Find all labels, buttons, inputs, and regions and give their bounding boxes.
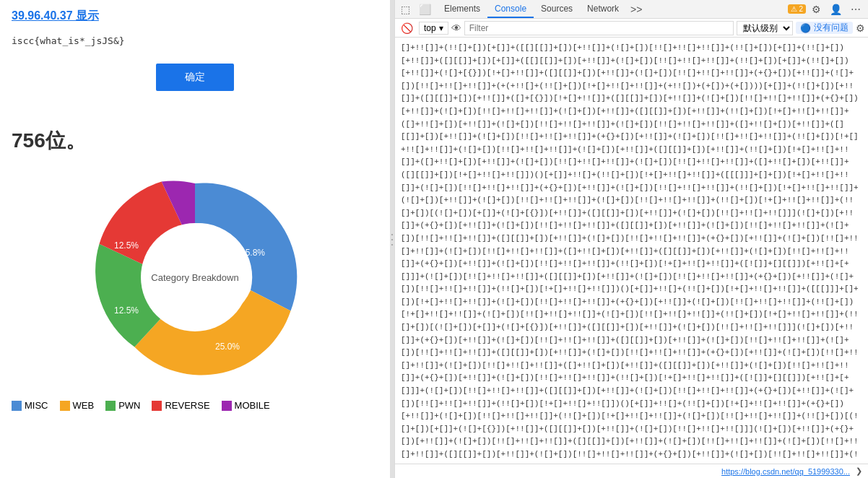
tab-console[interactable]: Console [487,1,534,18]
info-icon: 🔵 [800,23,811,33]
warning-icon: ⚠ [791,5,797,13]
settings-icon[interactable]: ⚙ [809,2,824,17]
tab-elements[interactable]: Elements [437,1,487,18]
legend-color-pwn [105,401,116,411]
legend-label-mobile: MOBILE [235,400,270,411]
svg-text:45.8%: 45.8% [240,248,265,258]
legend-misc: MISC [12,400,48,411]
devtools-left-icons: ⬚ ⬜ [395,2,437,17]
tab-more-icon[interactable]: >> [626,4,646,15]
clear-console-button[interactable]: 🚫 [398,21,416,35]
no-issue-badge[interactable]: 🔵 没有问题 [796,22,853,34]
warning-count: 2 [799,5,803,13]
device-icon[interactable]: ⬜ [416,2,434,17]
legend-reverse: REVERSE [152,400,209,411]
code-line: iscc{what_is*_jsJS&} [0,32,390,49]
legend-pwn: PWN [105,400,140,411]
legend-web: WEB [60,400,95,411]
stat-text: 756位。 [0,113,390,162]
devtools-tab-bar: ⬚ ⬜ Elements Console Sources Network >> … [395,0,868,19]
legend-label-pwn: PWN [118,400,140,411]
more-options-icon[interactable]: ⋯ [848,2,864,17]
svg-text:12.5%: 12.5% [114,240,139,251]
legend-label-misc: MISC [25,400,48,411]
console-output: []+!![]]+(!![]+[])[+[]]+([[][[]]+[])[+!!… [395,38,868,464]
tab-sources[interactable]: Sources [534,1,580,18]
devtools-right-icons: ⚠ 2 ⚙ 👤 ⋯ [784,2,868,17]
legend-label-web: WEB [73,400,95,411]
chevron-down-icon: ▾ [439,23,443,33]
tab-list: Elements Console Sources Network >> [437,1,784,18]
legend-color-mobile [222,401,232,411]
console-filter-input[interactable] [464,21,734,35]
legend-label-reverse: REVERSE [165,400,209,411]
context-selector[interactable]: top ▾ [419,22,448,35]
legend-mobile: MOBILE [222,400,270,411]
svg-text:25.0%: 25.0% [215,342,240,352]
log-level-select[interactable]: 默认级别 [737,21,793,35]
console-line: []+!![]]+(!![]+[])[+[]]+([[][[]]+[])[+!!… [401,40,862,464]
console-toolbar: 🚫 top ▾ 👁 默认级别 🔵 没有问题 ⚙ [395,19,868,38]
live-expression-button[interactable]: 👁 [451,22,461,34]
warning-badge[interactable]: ⚠ 2 [788,4,806,14]
tab-network[interactable]: Network [580,1,626,18]
no-issue-label: 没有问题 [814,22,849,34]
confirm-button[interactable]: 确定 [156,64,234,91]
svg-point-0 [141,223,249,331]
bottom-link[interactable]: https://blog.csdn.net/qq_51999330... [721,467,850,476]
svg-text:12.5%: 12.5% [114,305,139,316]
left-panel: 39.96.40.37 显示 iscc{what_is*_jsJS&} 确定 7… [0,0,390,478]
inspect-icon[interactable]: ⬚ [398,2,413,17]
panel-separator[interactable] [390,0,394,478]
donut-chart: 45.8% 25.0% 12.5% 12.5% Category Breakdo… [87,169,303,386]
legend-color-reverse [152,401,162,411]
chart-area: 45.8% 25.0% 12.5% 12.5% Category Breakdo… [0,162,390,393]
console-settings-button[interactable]: ⚙ [856,22,865,34]
context-value: top [424,23,436,33]
confirm-btn-area: 确定 [0,49,390,113]
devtools-bottom-bar: https://blog.csdn.net/qq_51999330... ❯ [395,464,868,478]
ip-title[interactable]: 39.96.40.37 显示 [0,0,390,32]
legend-color-misc [12,401,22,411]
chart-legend: MISC WEB PWN REVERSE MOBILE [0,393,390,418]
devtools-panel: ⬚ ⬜ Elements Console Sources Network >> … [394,0,868,478]
legend-color-web [60,401,70,411]
customize-icon[interactable]: 👤 [827,2,845,17]
expand-icon[interactable]: ❯ [856,466,862,476]
